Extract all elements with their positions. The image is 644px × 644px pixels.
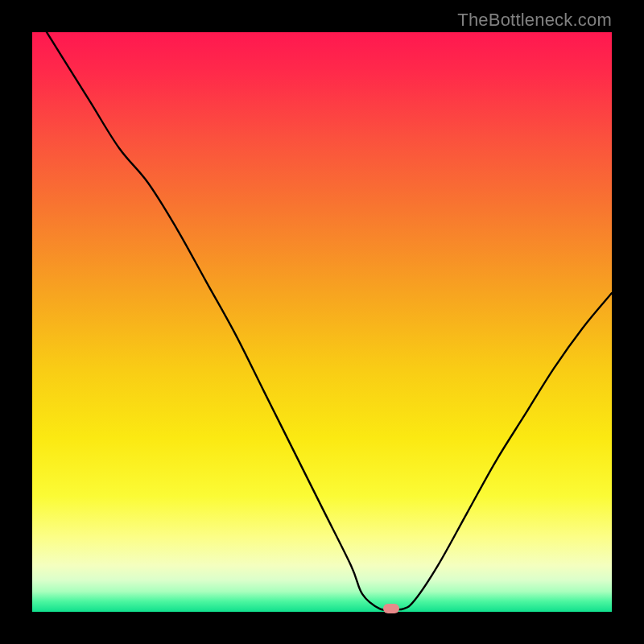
gradient-background (32, 32, 612, 612)
bottleneck-chart-svg (32, 32, 612, 612)
watermark: TheBottleneck.com (457, 10, 612, 31)
chart-container: TheBottleneck.com (0, 0, 644, 644)
optimal-point-marker (383, 604, 399, 613)
plot-area (32, 32, 612, 612)
